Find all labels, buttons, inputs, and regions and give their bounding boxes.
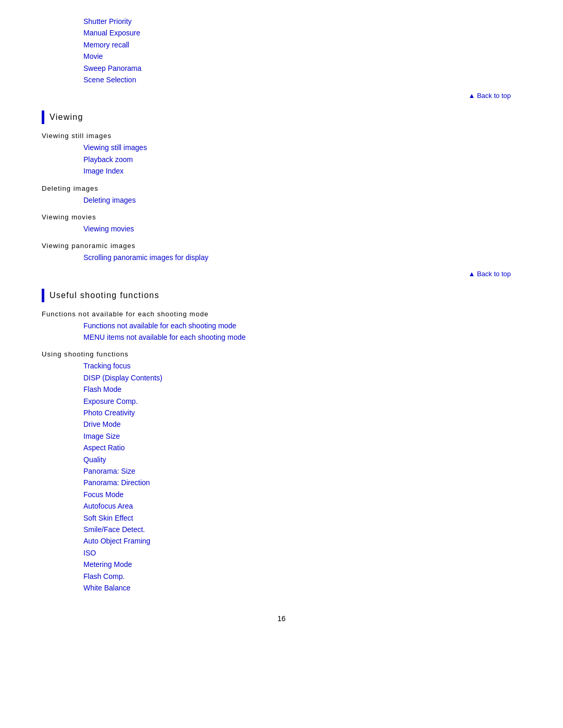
- subsection-viewing-panoramic: Viewing panoramic images: [42, 242, 521, 250]
- link-panorama-direction[interactable]: Panorama: Direction: [83, 477, 521, 488]
- using-shooting-functions-links: Tracking focus DISP (Display Contents) F…: [42, 360, 521, 594]
- link-image-size[interactable]: Image Size: [83, 430, 521, 442]
- link-focus-mode[interactable]: Focus Mode: [83, 489, 521, 500]
- page-number: 16: [42, 614, 521, 623]
- link-viewing-movies[interactable]: Viewing movies: [83, 223, 521, 235]
- link-smile-face-detect[interactable]: Smile/Face Detect.: [83, 524, 521, 535]
- viewing-section-content: Viewing still images Viewing still image…: [42, 132, 521, 263]
- subsection-viewing-movies: Viewing movies: [42, 213, 521, 221]
- top-links-section: Shutter Priority Manual Exposure Memory …: [42, 16, 521, 85]
- useful-shooting-section-header: Useful shooting functions: [42, 289, 521, 302]
- link-manual-exposure[interactable]: Manual Exposure: [83, 27, 521, 39]
- link-functions-not-available[interactable]: Functions not available for each shootin…: [83, 320, 521, 331]
- page-container: Shutter Priority Manual Exposure Memory …: [0, 0, 563, 654]
- link-auto-object-framing[interactable]: Auto Object Framing: [83, 535, 521, 547]
- subsection-deleting-images: Deleting images: [42, 184, 521, 192]
- link-panorama-size[interactable]: Panorama: Size: [83, 465, 521, 477]
- subsection-functions-not-available: Functions not available for each shootin…: [42, 310, 521, 318]
- link-scrolling-panoramic[interactable]: Scrolling panoramic images for display: [83, 252, 521, 263]
- link-white-balance[interactable]: White Balance: [83, 582, 521, 594]
- link-metering-mode[interactable]: Metering Mode: [83, 559, 521, 570]
- link-scene-selection[interactable]: Scene Selection: [83, 74, 521, 85]
- functions-not-available-links: Functions not available for each shootin…: [42, 320, 521, 343]
- link-soft-skin-effect[interactable]: Soft Skin Effect: [83, 512, 521, 524]
- viewing-still-images-links: Viewing still images Playback zoom Image…: [42, 142, 521, 177]
- viewing-section-header: Viewing: [42, 110, 521, 124]
- link-photo-creativity[interactable]: Photo Creativity: [83, 407, 521, 418]
- viewing-section-bar: [42, 110, 44, 124]
- link-sweep-panorama[interactable]: Sweep Panorama: [83, 63, 521, 74]
- subsection-using-shooting-functions: Using shooting functions: [42, 350, 521, 358]
- link-iso[interactable]: ISO: [83, 547, 521, 559]
- link-playback-zoom[interactable]: Playback zoom: [83, 154, 521, 165]
- link-viewing-still-images[interactable]: Viewing still images: [83, 142, 521, 153]
- link-exposure-comp[interactable]: Exposure Comp.: [83, 396, 521, 407]
- link-shutter-priority[interactable]: Shutter Priority: [83, 16, 521, 27]
- back-to-top-1[interactable]: Back to top: [468, 92, 511, 100]
- link-flash-mode[interactable]: Flash Mode: [83, 384, 521, 395]
- useful-shooting-section-content: Functions not available for each shootin…: [42, 310, 521, 594]
- link-tracking-focus[interactable]: Tracking focus: [83, 360, 521, 372]
- viewing-section-title: Viewing: [50, 113, 83, 122]
- link-image-index[interactable]: Image Index: [83, 165, 521, 177]
- useful-shooting-section-bar: [42, 289, 44, 302]
- link-deleting-images[interactable]: Deleting images: [83, 194, 521, 206]
- link-memory-recall[interactable]: Memory recall: [83, 39, 521, 51]
- link-quality[interactable]: Quality: [83, 454, 521, 465]
- useful-shooting-section-title: Useful shooting functions: [50, 291, 160, 300]
- link-autofocus-area[interactable]: Autofocus Area: [83, 500, 521, 512]
- link-menu-items-not-available[interactable]: MENU items not available for each shooti…: [83, 331, 521, 343]
- back-to-top-2[interactable]: Back to top: [468, 270, 511, 278]
- link-movie[interactable]: Movie: [83, 51, 521, 62]
- link-drive-mode[interactable]: Drive Mode: [83, 418, 521, 430]
- viewing-panoramic-links: Scrolling panoramic images for display: [42, 252, 521, 263]
- link-disp-display-contents[interactable]: DISP (Display Contents): [83, 372, 521, 384]
- deleting-images-links: Deleting images: [42, 194, 521, 206]
- viewing-movies-links: Viewing movies: [42, 223, 521, 235]
- link-flash-comp[interactable]: Flash Comp.: [83, 571, 521, 582]
- link-aspect-ratio[interactable]: Aspect Ratio: [83, 442, 521, 453]
- subsection-viewing-still-images: Viewing still images: [42, 132, 521, 140]
